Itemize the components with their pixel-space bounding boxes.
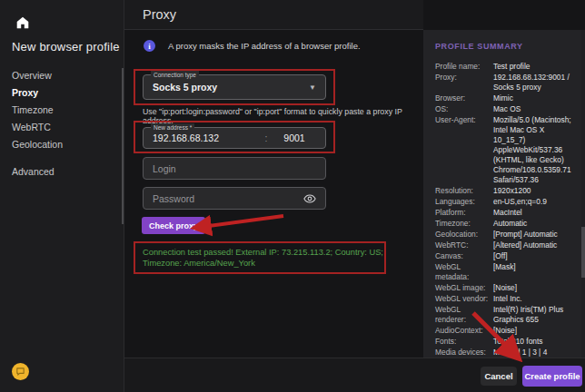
summary-scrollbar-thumb[interactable]	[581, 227, 585, 278]
summary-row-label: Languages:	[435, 197, 493, 207]
summary-row-value: [Mask]	[493, 262, 577, 282]
chat-bubble-icon	[15, 367, 25, 377]
summary-row-label: OS:	[435, 104, 493, 114]
summary-row-label: Timezone:	[435, 219, 493, 229]
info-text: A proxy masks the IP address of a browse…	[168, 41, 361, 51]
main-panel: Proxy i A proxy masks the IP address of …	[124, 0, 423, 392]
login-field[interactable]: Login	[143, 157, 326, 180]
summary-row-label: WebGL image:	[435, 283, 493, 293]
summary-row-label: Profile name:	[435, 62, 493, 72]
summary-row-value: Mac OS	[493, 104, 577, 114]
summary-row-value: [Altered] Automatic	[493, 240, 577, 250]
sidebar-item[interactable]: WebRTC	[0, 119, 124, 136]
sidebar-item[interactable]: Overview	[0, 67, 124, 84]
connection-type-value: Socks 5 proxy	[153, 82, 309, 93]
summary-row-label: Fonts:	[435, 337, 493, 347]
connection-type-select[interactable]: Connection type Socks 5 proxy ▼	[143, 74, 326, 100]
login-placeholder: Login	[153, 163, 316, 174]
page-title: Proxy	[143, 7, 176, 22]
chevron-down-icon: ▼	[309, 83, 316, 92]
check-proxy-button[interactable]: Check proxy	[142, 217, 205, 234]
cancel-button[interactable]: Cancel	[481, 367, 517, 386]
info-icon: i	[144, 40, 155, 52]
summary-row-label: Canvas:	[435, 251, 493, 261]
proxy-format-hint: Use "ip:port:login:password" or "ip:port…	[143, 107, 406, 125]
sidebar: New browser profile OverviewProxyTimezon…	[0, 0, 124, 392]
show-password-icon[interactable]	[303, 192, 316, 205]
support-chat-button[interactable]	[12, 363, 29, 380]
summary-row-label: Media devices:	[435, 348, 493, 358]
profile-summary-panel: PROFILE SUMMARY Profile name: Test profi…	[423, 30, 585, 358]
summary-row-value: Test profile	[493, 62, 577, 72]
summary-row-value: MacIntel	[493, 208, 577, 218]
summary-row-label: WebGL renderer:	[435, 305, 493, 325]
summary-row-value: 192.168.68.132:9001 / Socks 5 proxy	[493, 73, 577, 93]
connection-test-result: Connection test passed! External IP: 73.…	[143, 247, 386, 269]
summary-row-value: [Off]	[493, 251, 577, 261]
summary-row-value: Intel(R) Iris(TM) Plus Graphics 655	[493, 305, 577, 325]
sidebar-title: New browser profile	[12, 40, 120, 54]
summary-row-label: Geolocation:	[435, 230, 493, 240]
address-separator: :	[260, 132, 273, 143]
summary-row-value: Mimic	[493, 93, 577, 103]
sidebar-item[interactable]: Proxy	[0, 84, 124, 102]
summary-row-value: 1920x1200	[493, 186, 577, 196]
summary-row-value: en-US,en;q=0.9	[493, 197, 577, 207]
summary-row-label: Proxy:	[435, 73, 493, 93]
summary-row-value: Masked 1 | 3 | 4	[493, 348, 577, 358]
home-button[interactable]	[13, 13, 33, 33]
password-placeholder: Password	[153, 193, 303, 204]
sidebar-item[interactable]: Advanced	[0, 163, 124, 181]
create-profile-button[interactable]: Create profile	[522, 366, 582, 387]
main-header: Proxy	[124, 0, 423, 30]
summary-row-value: [Noise]	[493, 283, 577, 293]
summary-row-label: WebGL vendor:	[435, 294, 493, 304]
profile-summary-rows: Profile name: Test profile Proxy: 192.16…	[435, 62, 577, 358]
summary-row-label: AudioContext:	[435, 326, 493, 336]
summary-scrollbar-track[interactable]	[581, 30, 585, 358]
summary-row-value: Automatic	[493, 219, 577, 229]
info-banner: i A proxy masks the IP address of a brow…	[144, 40, 361, 52]
summary-row-label: WebRTC:	[435, 240, 493, 250]
summary-row-label: WebGL metadata:	[435, 262, 493, 282]
summary-row-label: User-Agent:	[435, 115, 493, 185]
address-port-input[interactable]: 9001	[273, 132, 316, 143]
password-field[interactable]: Password	[143, 187, 326, 210]
new-address-label: New address *	[151, 123, 194, 132]
new-browser-profile-window: New browser profile OverviewProxyTimezon…	[0, 0, 585, 392]
address-ip-input[interactable]: 192.168.68.132	[153, 132, 260, 143]
summary-row-label: Platform:	[435, 208, 493, 218]
sidebar-item[interactable]: Timezone	[0, 102, 124, 119]
summary-row-value: Mozilla/5.0 (Macintosh; Intel Mac OS X 1…	[493, 115, 577, 185]
sidebar-item[interactable]: Geolocation	[0, 136, 124, 153]
summary-row-value: Total 210 fonts	[493, 337, 577, 347]
profile-summary-title: PROFILE SUMMARY	[435, 42, 523, 51]
new-address-field[interactable]: New address * 192.168.68.132 : 9001	[143, 127, 326, 149]
summary-row-label: Resolution:	[435, 186, 493, 196]
summary-row-label: Browser:	[435, 93, 493, 103]
summary-row-value: [Prompt] Automatic	[493, 230, 577, 240]
main-scrollbar-thumb[interactable]	[122, 68, 124, 224]
connection-type-label: Connection type	[151, 71, 199, 79]
summary-row-value: [Noise]	[493, 326, 577, 336]
summary-row-value: Intel Inc.	[493, 294, 577, 304]
footer-bar: Cancel Create profile	[124, 358, 585, 392]
home-icon	[15, 15, 31, 31]
sidebar-nav: OverviewProxyTimezoneWebRTCGeolocationAd…	[0, 67, 124, 181]
